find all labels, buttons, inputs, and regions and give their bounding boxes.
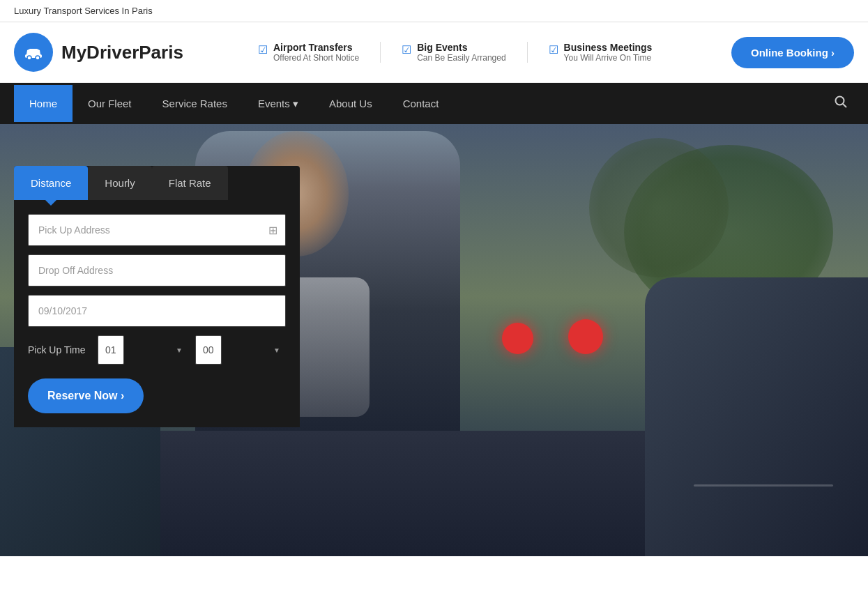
svg-point-1 xyxy=(27,56,31,60)
feature-title-3: Business Meetings xyxy=(564,42,653,53)
map-pin-icon: ⊞ xyxy=(268,224,277,237)
feature-meetings: ☑ Business Meetings You Will Arrive On T… xyxy=(528,42,673,63)
feature-title-2: Big Events xyxy=(417,42,505,53)
svg-point-3 xyxy=(836,97,844,105)
svg-line-4 xyxy=(843,104,846,107)
feature-airport: ☑ Airport Transfers Offered At Short Not… xyxy=(237,42,381,63)
dropoff-address-input[interactable] xyxy=(28,254,286,286)
svg-point-2 xyxy=(36,56,40,60)
search-icon[interactable] xyxy=(828,83,854,124)
logo-text: MyDriverParis xyxy=(61,42,183,63)
nav-item-fleet[interactable]: Our Fleet xyxy=(73,85,147,122)
pickup-wrapper: ⊞ xyxy=(28,214,286,246)
pickup-time-row: Pick Up Time 01 02 03 04 05 06 07 08 09 … xyxy=(28,335,286,365)
check-icon-3: ☑ xyxy=(549,43,558,56)
nav-item-home[interactable]: Home xyxy=(14,85,73,122)
tab-distance[interactable]: Distance xyxy=(14,166,88,200)
tagline: Luxury Transport Services In Paris xyxy=(14,6,153,16)
main-nav: Home Our Fleet Service Rates Events ▾ Ab… xyxy=(0,83,868,124)
hour-select[interactable]: 01 02 03 04 05 06 07 08 09 10 11 12 xyxy=(98,335,124,365)
header-features: ☑ Airport Transfers Offered At Short Not… xyxy=(237,37,854,68)
traffic-light-1 xyxy=(568,319,603,354)
reserve-now-button[interactable]: Reserve Now › xyxy=(28,378,144,413)
nav-item-service-rates[interactable]: Service Rates xyxy=(147,85,243,122)
feature-sub-2: Can Be Easily Arranged xyxy=(417,53,505,63)
online-booking-button[interactable]: Online Booking › xyxy=(731,37,854,68)
feature-sub-1: Offered At Short Notice xyxy=(273,53,359,63)
booking-widget: Distance Hourly Flat Rate ⊞ Pick Up Time… xyxy=(14,166,300,427)
feature-title-1: Airport Transfers xyxy=(273,42,359,53)
header: MyDriverParis ☑ Airport Transfers Offere… xyxy=(0,22,868,83)
tab-flat-rate[interactable]: Flat Rate xyxy=(152,166,228,200)
pickup-address-input[interactable] xyxy=(28,214,286,246)
tab-hourly[interactable]: Hourly xyxy=(88,166,151,200)
top-bar: Luxury Transport Services In Paris xyxy=(0,0,868,22)
booking-tabs: Distance Hourly Flat Rate xyxy=(14,166,300,200)
feature-events: ☑ Big Events Can Be Easily Arranged xyxy=(381,42,527,63)
traffic-light-2 xyxy=(502,323,533,354)
booking-form: ⊞ Pick Up Time 01 02 03 04 05 06 07 08 xyxy=(14,200,300,427)
hour-select-wrapper: 01 02 03 04 05 06 07 08 09 10 11 12 xyxy=(98,335,188,365)
pickup-time-label: Pick Up Time xyxy=(28,344,91,355)
minute-select[interactable]: 00 05 10 15 20 25 30 35 40 45 50 55 xyxy=(195,335,222,365)
logo-icon xyxy=(14,33,53,72)
nav-item-contact[interactable]: Contact xyxy=(388,85,455,122)
hero-section: Distance Hourly Flat Rate ⊞ Pick Up Time… xyxy=(0,124,868,556)
check-icon-2: ☑ xyxy=(402,43,411,56)
minute-select-wrapper: 00 05 10 15 20 25 30 35 40 45 50 55 xyxy=(195,335,286,365)
nav-item-about[interactable]: About Us xyxy=(314,85,388,122)
date-input[interactable] xyxy=(28,295,286,327)
logo-area: MyDriverParis xyxy=(14,33,237,72)
nav-item-events[interactable]: Events ▾ xyxy=(243,85,314,123)
check-icon-1: ☑ xyxy=(258,43,268,56)
feature-sub-3: You Will Arrive On Time xyxy=(564,53,653,63)
